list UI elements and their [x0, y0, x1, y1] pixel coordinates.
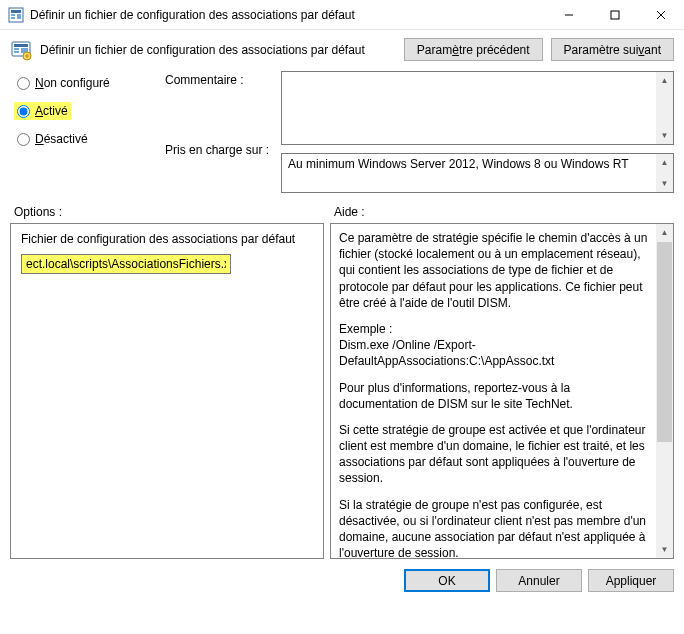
app-icon — [8, 7, 24, 23]
policy-heading: Définir un fichier de configuration des … — [40, 43, 396, 57]
svg-rect-1 — [11, 10, 21, 13]
svg-rect-3 — [11, 17, 15, 19]
field-labels: Commentaire : Pris en charge sur : — [165, 71, 275, 193]
scroll-up-icon[interactable]: ▲ — [656, 72, 673, 89]
scroll-down-icon[interactable]: ▼ — [656, 541, 673, 558]
apply-button[interactable]: Appliquer — [588, 569, 674, 592]
comment-label: Commentaire : — [165, 73, 275, 87]
radio-not-configured[interactable]: Non configuré — [14, 74, 113, 92]
policy-icon — [10, 39, 32, 61]
help-label: Aide : — [334, 205, 365, 219]
comment-value — [282, 72, 656, 144]
close-button[interactable] — [638, 0, 684, 29]
svg-rect-11 — [14, 48, 19, 50]
policy-header: Définir un fichier de configuration des … — [0, 30, 684, 67]
radio-disabled[interactable]: Désactivé — [14, 130, 91, 148]
scroll-down-icon[interactable]: ▼ — [656, 175, 673, 192]
supported-scrollbar[interactable]: ▲ ▼ — [656, 154, 673, 192]
dialog-footer: OK Annuler Appliquer — [0, 559, 684, 592]
previous-setting-button[interactable]: Paramètre précédent — [404, 38, 543, 61]
config-file-input[interactable] — [21, 254, 231, 274]
help-text: Ce paramètre de stratégie spécifie le ch… — [331, 224, 656, 558]
svg-rect-12 — [14, 51, 19, 53]
svg-rect-4 — [17, 14, 21, 19]
svg-rect-2 — [11, 14, 15, 16]
comment-textarea[interactable]: ▲ ▼ — [281, 71, 674, 145]
supported-textarea: Au minimum Windows Server 2012, Windows … — [281, 153, 674, 193]
scroll-up-icon[interactable]: ▲ — [656, 224, 673, 241]
next-setting-button[interactable]: Paramètre suivant — [551, 38, 674, 61]
options-panel: Fichier de configuration des association… — [10, 223, 324, 559]
svg-rect-10 — [14, 44, 28, 47]
svg-rect-6 — [611, 11, 619, 19]
radio-not-configured-input[interactable] — [17, 77, 30, 90]
supported-label: Pris en charge sur : — [165, 143, 275, 157]
window-controls — [546, 0, 684, 29]
radio-disabled-input[interactable] — [17, 133, 30, 146]
field-values: ▲ ▼ Au minimum Windows Server 2012, Wind… — [281, 71, 674, 193]
help-scrollbar[interactable]: ▲ ▼ — [656, 224, 673, 558]
cancel-button[interactable]: Annuler — [496, 569, 582, 592]
supported-value: Au minimum Windows Server 2012, Windows … — [282, 154, 656, 192]
minimize-button[interactable] — [546, 0, 592, 29]
help-panel: Ce paramètre de stratégie spécifie le ch… — [330, 223, 674, 559]
config-file-label: Fichier de configuration des association… — [21, 232, 313, 246]
radio-enabled[interactable]: Activé — [14, 102, 71, 120]
scroll-down-icon[interactable]: ▼ — [656, 127, 673, 144]
comment-scrollbar[interactable]: ▲ ▼ — [656, 72, 673, 144]
options-label: Options : — [14, 205, 334, 219]
section-labels: Options : Aide : — [0, 193, 684, 223]
scroll-thumb[interactable] — [657, 242, 672, 442]
ok-button[interactable]: OK — [404, 569, 490, 592]
window-title: Définir un fichier de configuration des … — [30, 8, 546, 22]
scroll-up-icon[interactable]: ▲ — [656, 154, 673, 171]
state-radio-group: Non configuré Activé Désactivé — [14, 71, 159, 193]
maximize-button[interactable] — [592, 0, 638, 29]
titlebar: Définir un fichier de configuration des … — [0, 0, 684, 30]
radio-enabled-input[interactable] — [17, 105, 30, 118]
